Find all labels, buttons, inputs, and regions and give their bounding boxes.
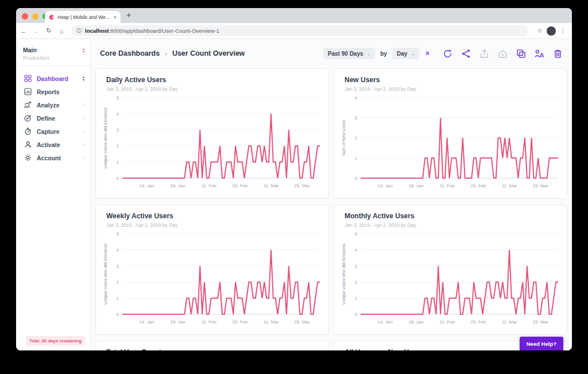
export-button[interactable] — [479, 49, 489, 59]
tab-title: Heap | Mobile and Web Analyt — [57, 14, 111, 20]
url-text: localhost:8000/app/dashboard/User-Count-… — [85, 28, 219, 34]
chevron-right-icon: › — [83, 128, 84, 134]
svg-text:4: 4 — [355, 248, 358, 253]
monthly-active-users-line-chart[interactable]: 01234514. Jan28. Jan11. Feb25. Feb11. Ma… — [340, 229, 563, 328]
svg-text:2: 2 — [117, 280, 119, 285]
browser-profile-avatar[interactable] — [547, 26, 556, 36]
svg-text:11. Mar: 11. Mar — [264, 183, 279, 188]
analyze-trend-icon — [24, 101, 32, 109]
svg-text:25. Mar: 25. Mar — [533, 183, 548, 188]
reload-icon[interactable]: ↻ — [44, 27, 54, 34]
granularity-value: Day — [397, 51, 407, 57]
sidebar-item-activate[interactable]: Activate › — [16, 138, 90, 151]
chart-card-daily-active-users: Daily Active Users Jan 3, 2019 - Apr 2, … — [95, 68, 329, 199]
sidebar-item-dashboard[interactable]: Dashboard ▴▾ — [16, 72, 90, 85]
minimize-window-button[interactable] — [32, 13, 38, 20]
environment-switcher[interactable]: Main Production ▴▾ — [16, 40, 90, 66]
tab-close-icon[interactable]: × — [114, 14, 117, 20]
chart-title: Total User Count — [106, 348, 324, 350]
svg-text:11. Mar: 11. Mar — [502, 183, 517, 188]
svg-text:28. Jan: 28. Jan — [408, 183, 423, 188]
sidebar-item-capture[interactable]: Capture › — [16, 125, 90, 138]
svg-text:A: A — [540, 52, 544, 59]
svg-text:1: 1 — [355, 156, 358, 161]
define-pen-icon — [24, 114, 32, 122]
new-users-line-chart[interactable]: 0123414. Jan28. Jan11. Feb25. Feb11. Mar… — [340, 93, 563, 192]
capture-stopwatch-icon — [24, 128, 32, 135]
svg-text:25. Feb: 25. Feb — [232, 319, 248, 325]
chart-title: New Users — [345, 76, 562, 84]
environment-sub: Production — [23, 55, 83, 61]
heap-app: Main Production ▴▾ Dashboard ▴▾ Reports — [16, 40, 572, 350]
browser-tab[interactable]: Heap | Mobile and Web Analyt × — [45, 11, 121, 23]
svg-text:5: 5 — [355, 232, 358, 237]
svg-text:0: 0 — [117, 312, 119, 317]
svg-text:0: 0 — [117, 176, 119, 181]
duplicate-button[interactable] — [516, 49, 526, 59]
chart-subtitle: Jan 3, 2019 - Apr 2, 2019 by Day — [106, 86, 324, 92]
bookmark-star-icon[interactable]: ☆ — [534, 27, 546, 34]
close-window-button[interactable] — [22, 13, 28, 20]
home-icon[interactable]: ⌂ — [56, 28, 67, 34]
desktop-background: Heap | Mobile and Web Analyt × + ← → ↻ ⌂… — [0, 0, 588, 374]
svg-text:11. Feb: 11. Feb — [201, 319, 216, 325]
svg-text:11. Feb: 11. Feb — [439, 319, 455, 325]
sidebar-item-label: Dashboard — [37, 75, 78, 82]
sidebar-item-label: Analyze — [37, 102, 78, 109]
svg-text:14. Jan: 14. Jan — [377, 319, 392, 325]
chevron-right-icon: › — [83, 141, 84, 148]
svg-text:25. Mar: 25. Mar — [295, 183, 310, 188]
dashboard-caret-icon: ▴▾ — [83, 76, 84, 82]
transfer-ownership-button[interactable]: A — [535, 49, 544, 59]
weekly-active-users-line-chart[interactable]: 01234514. Jan28. Jan11. Feb25. Feb11. Ma… — [102, 229, 324, 328]
chart-subtitle: Jan 3, 2019 - Apr 2, 2019 by Day — [106, 222, 324, 228]
clear-filter-icon[interactable]: × — [425, 49, 430, 57]
by-label: by — [380, 51, 387, 57]
page-info-icon[interactable]: ⓘ — [76, 27, 82, 34]
sidebar-item-account[interactable]: Account › — [16, 151, 90, 164]
browser-menu-icon[interactable]: ⋮ — [557, 27, 568, 34]
trial-area: Trial: 30 days remaining — [16, 336, 90, 346]
granularity-dropdown[interactable]: Day ⌄ — [392, 48, 419, 59]
need-help-button[interactable]: Need Help? — [520, 337, 563, 350]
svg-text:1: 1 — [117, 160, 119, 165]
svg-text:5: 5 — [117, 95, 119, 101]
svg-text:25. Feb: 25. Feb — [470, 319, 486, 325]
tab-strip: Heap | Mobile and Web Analyt × + — [16, 8, 572, 23]
breadcrumb-parent[interactable]: Core Dashboards — [100, 49, 160, 57]
chart-subtitle: Jan 3, 2019 - Apr 2, 2019 by Day — [345, 222, 562, 228]
breadcrumb-current: User Count Overview — [172, 49, 245, 57]
url-host: localhost — [85, 28, 109, 34]
svg-text:3: 3 — [355, 115, 358, 121]
sidebar-item-label: Capture — [37, 128, 78, 135]
chart-card-monthly-active-users: Monthly Active Users Jan 3, 2019 - Apr 2… — [334, 205, 567, 335]
sidebar: Main Production ▴▾ Dashboard ▴▾ Reports — [16, 40, 91, 350]
dashboard-grid-icon — [24, 75, 32, 82]
svg-text:Unique Users who did Sessions: Unique Users who did Sessions — [341, 244, 346, 304]
svg-text:25. Feb: 25. Feb — [470, 183, 486, 188]
sidebar-item-reports[interactable]: Reports — [16, 85, 90, 98]
sidebar-item-label: Activate — [37, 141, 78, 148]
chart-card-new-users: New Users Jan 3, 2019 - Apr 2, 2019 by D… — [334, 68, 567, 199]
svg-text:2: 2 — [117, 144, 119, 149]
chart-title: Weekly Active Users — [106, 212, 324, 220]
delete-button[interactable] — [553, 49, 563, 59]
refresh-button[interactable] — [443, 49, 452, 59]
sidebar-item-define[interactable]: Define › — [16, 111, 90, 125]
new-tab-button[interactable]: + — [126, 10, 131, 20]
share-button[interactable] — [461, 49, 471, 59]
svg-text:2: 2 — [355, 136, 358, 141]
back-icon[interactable]: ← — [18, 28, 29, 34]
sidebar-item-analyze[interactable]: Analyze › — [16, 98, 90, 111]
chart-card-total-user-count: Total User Count — [95, 341, 329, 350]
account-gear-icon — [24, 154, 32, 161]
daily-active-users-line-chart[interactable]: 01234514. Jan28. Jan11. Feb25. Feb11. Ma… — [102, 93, 324, 192]
forward-icon[interactable]: → — [31, 28, 41, 34]
address-bar[interactable]: ⓘ localhost:8000/app/dashboard/User-Coun… — [71, 25, 528, 36]
trial-badge[interactable]: Trial: 30 days remaining — [26, 336, 85, 346]
archive-button[interactable] — [498, 49, 508, 59]
chart-title: Daily Active Users — [106, 76, 324, 84]
chevron-down-icon: ⌄ — [411, 51, 415, 56]
sidebar-item-label: Account — [37, 155, 78, 161]
date-range-dropdown[interactable]: Past 90 Days ⌄ — [323, 48, 375, 59]
